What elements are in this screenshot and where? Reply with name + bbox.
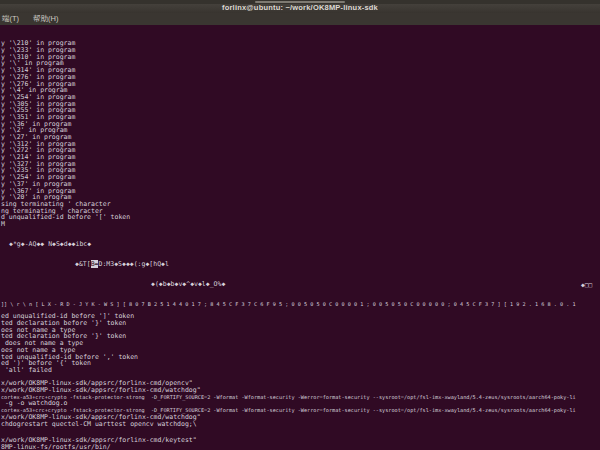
terminal-line: y '\305' in program	[1, 101, 576, 108]
terminal-line: y '\314' in program	[1, 67, 576, 74]
terminal-line: y '\210' in program	[1, 40, 576, 47]
terminal-line: x/work/OK8MP-linux-sdk/appsrc/forlinx-cm…	[1, 387, 576, 394]
terminal-menubar: 端(T) 帮助(H)	[0, 13, 600, 25]
terminal-line: y '\2' in program	[1, 127, 576, 134]
garbled-line-with-inverse: ◆&T[B=D:M3◆S◆◆◆(:g◆[hQ◆l	[1, 261, 576, 268]
terminal-line: y '\254' in program	[1, 94, 576, 101]
menu-list: 端(T) 帮助(H)	[0, 13, 600, 25]
desktop-screen: forlinx@ubuntu: ~/work/OK8MP-linux-sdk 端…	[0, 0, 600, 450]
terminal-line: y '\254' in program	[1, 174, 576, 181]
window-titlebar[interactable]: forlinx@ubuntu: ~/work/OK8MP-linux-sdk	[0, 0, 600, 14]
stray-error-block: y '\210' in programy '\233' in programy …	[1, 27, 576, 321]
terminal-line: y '\' in program	[1, 60, 576, 67]
terminal-line: -g -o watchdog.o	[1, 400, 576, 407]
garbled-glyph-marker: ◆□□	[581, 282, 592, 289]
terminal-line: y '\351' in program	[1, 114, 576, 121]
terminal-line: y '\272' in program	[1, 147, 576, 154]
terminal-screen[interactable]: y '\210' in programy '\233' in programy …	[0, 25, 600, 450]
menu-item-help[interactable]: 帮助(H)	[26, 13, 65, 25]
tail-path-block: x/work/OK8MP-linux-sdk/appsrc/forlinx-cm…	[1, 424, 197, 450]
menu-item-terminal[interactable]: 端(T)	[0, 13, 26, 25]
terminal-line: y '\327' in program	[1, 161, 576, 168]
terminal-line: y '\276' in program	[1, 81, 576, 88]
terminal-line: y '\235' in program	[1, 167, 576, 174]
terminal-line: y '\4' in program	[1, 87, 576, 94]
terminal-line: y '\367' in program	[1, 188, 576, 195]
terminal-line: y '\36' in program	[1, 121, 576, 128]
terminal-line: d unqualified-id before '[' token	[1, 214, 576, 221]
terminal-line: y '\233' in program	[1, 47, 576, 54]
window-title: forlinx@ubuntu: ~/work/OK8MP-linux-sdk	[0, 3, 600, 12]
terminal-line: cortex-a53+crc+crypto -fstack-protector-…	[1, 394, 576, 401]
terminal-line: y '\312' in program	[1, 141, 576, 148]
terminal-line: y '\255' in program	[1, 107, 576, 114]
terminal-line: y '\37' in program	[1, 181, 576, 188]
terminal-line: y '\214' in program	[1, 154, 576, 161]
garbled-line: ◆*g◆-AQ◆◆ N◆S◆d◆◆ibc◆	[1, 241, 576, 248]
garbled-line: ◆(◆b◆b◆v◆^◆v◆l◆_O%◆	[1, 281, 576, 288]
terminal-line: M	[1, 221, 576, 228]
terminal-line: y '\310' in program	[1, 54, 576, 61]
terminal-line: y '\27' in program	[1, 134, 576, 141]
terminal-line: y '\276' in program	[1, 74, 576, 81]
